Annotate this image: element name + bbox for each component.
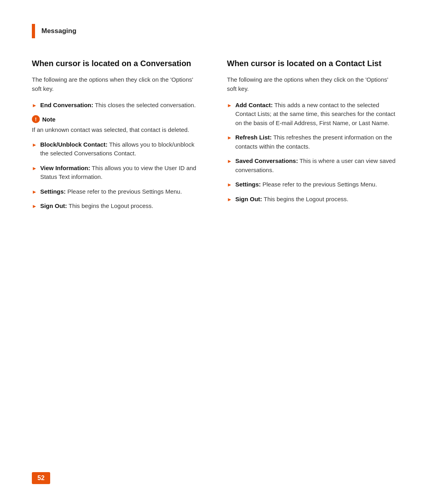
two-column-layout: When cursor is located on a Conversation…: [32, 58, 398, 216]
page-container: Messaging When cursor is located on a Co…: [0, 0, 430, 504]
bullet-arrow-icon: ►: [227, 134, 232, 142]
bullet-settings-right-rest: Please refer to the previous Settings Me…: [261, 181, 377, 188]
page-number-badge: 52: [32, 472, 50, 484]
bullet-add-contact-bold: Add Contact:: [235, 102, 273, 108]
bullet-saved-conversations-bold: Saved Conversations:: [235, 157, 298, 164]
bullet-view-information-bold: View Information:: [40, 165, 90, 171]
right-column: When cursor is located on a Contact List…: [227, 58, 398, 209]
bullet-signout-left-bold: Sign Out:: [40, 202, 67, 209]
bullet-refresh-list-bold: Refresh List:: [235, 134, 272, 141]
bullet-refresh-list-text: Refresh List: This refreshes the present…: [235, 133, 398, 151]
bullet-view-information-text: View Information: This allows you to vie…: [40, 164, 203, 182]
bullet-refresh-list: ► Refresh List: This refreshes the prese…: [227, 133, 398, 151]
bullet-add-contact-text: Add Contact: This adds a new contact to …: [235, 101, 398, 128]
bullet-arrow-icon: ►: [32, 188, 37, 196]
bullet-arrow-icon: ►: [32, 102, 37, 110]
bullet-settings-left-rest: Please refer to the previous Settings Me…: [66, 188, 182, 195]
bullet-block-unblock-text: Block/Unblock Contact: This allows you t…: [40, 140, 203, 158]
note-label: Note: [42, 116, 55, 123]
bullet-signout-right-bold: Sign Out:: [235, 196, 262, 202]
bullet-settings-left-text: Settings: Please refer to the previous S…: [40, 187, 182, 196]
note-icon: !: [32, 115, 40, 123]
bullet-saved-conversations: ► Saved Conversations: This is where a u…: [227, 157, 398, 175]
bullet-arrow-icon: ►: [227, 157, 232, 165]
right-intro-text: The following are the options when they …: [227, 75, 398, 94]
bullet-end-conversation-rest: This closes the selected conversation.: [93, 102, 195, 108]
bullet-signout-right: ► Sign Out: This begins the Logout proce…: [227, 195, 398, 204]
bullet-signout-left-text: Sign Out: This begins the Logout process…: [40, 202, 153, 211]
bullet-arrow-icon: ►: [227, 181, 232, 189]
bullet-view-information: ► View Information: This allows you to v…: [32, 164, 203, 182]
bullet-signout-left-rest: This begins the Logout process.: [67, 202, 153, 209]
left-intro-text: The following are the options when they …: [32, 75, 203, 94]
bullet-settings-right-bold: Settings:: [235, 181, 261, 188]
bullet-settings-right: ► Settings: Please refer to the previous…: [227, 180, 398, 189]
note-text: If an unknown contact was selected, that…: [32, 126, 203, 135]
bullet-settings-right-text: Settings: Please refer to the previous S…: [235, 180, 377, 189]
bullet-arrow-icon: ►: [32, 165, 37, 173]
left-column: When cursor is located on a Conversation…: [32, 58, 203, 216]
bullet-signout-left: ► Sign Out: This begins the Logout proce…: [32, 202, 203, 211]
bullet-arrow-icon: ►: [227, 196, 232, 204]
bullet-saved-conversations-text: Saved Conversations: This is where a use…: [235, 157, 398, 175]
bullet-arrow-icon: ►: [32, 202, 37, 210]
header-accent-bar: [32, 24, 35, 38]
bullet-end-conversation-bold: End Conversation:: [40, 102, 93, 108]
right-section-heading: When cursor is located on a Contact List: [227, 58, 398, 69]
left-section-heading: When cursor is located on a Conversation: [32, 58, 203, 69]
bullet-settings-left-bold: Settings:: [40, 188, 66, 195]
bullet-end-conversation: ► End Conversation: This closes the sele…: [32, 101, 203, 110]
bullet-arrow-icon: ►: [32, 141, 37, 149]
bullet-block-unblock-bold: Block/Unblock Contact:: [40, 141, 108, 148]
bullet-arrow-icon: ►: [227, 102, 232, 110]
bullet-signout-right-rest: This begins the Logout process.: [262, 196, 348, 202]
bullet-block-unblock: ► Block/Unblock Contact: This allows you…: [32, 140, 203, 158]
header-title: Messaging: [41, 27, 76, 35]
bullet-end-conversation-text: End Conversation: This closes the select…: [40, 101, 196, 110]
bullet-signout-right-text: Sign Out: This begins the Logout process…: [235, 195, 348, 204]
bullet-settings-left: ► Settings: Please refer to the previous…: [32, 187, 203, 196]
note-header: ! Note: [32, 115, 203, 123]
note-box: ! Note If an unknown contact was selecte…: [32, 115, 203, 135]
header: Messaging: [32, 24, 398, 38]
bullet-add-contact: ► Add Contact: This adds a new contact t…: [227, 101, 398, 128]
